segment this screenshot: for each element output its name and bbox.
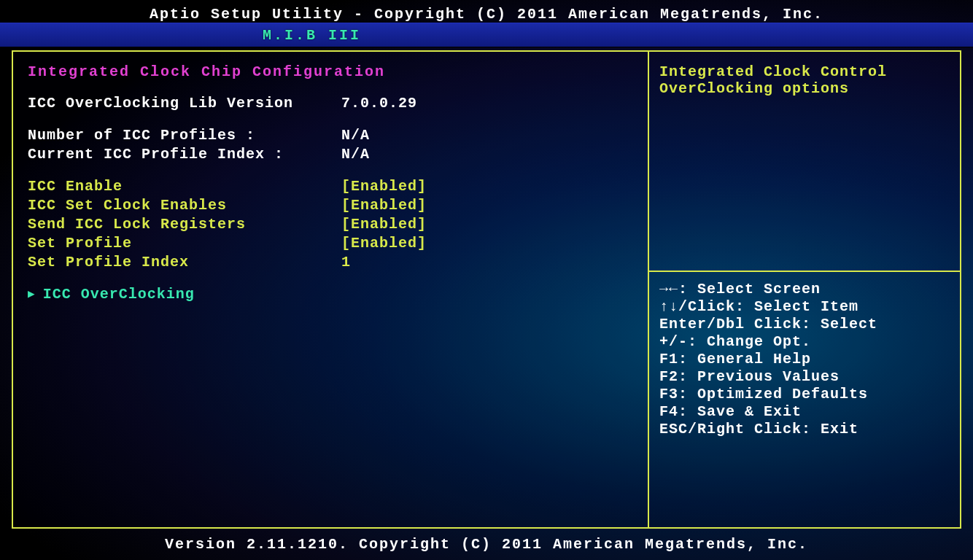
option-value: [Enabled] — [341, 216, 427, 233]
submenu-icc-overclocking[interactable]: ▶ ICC OverClocking — [28, 284, 633, 303]
help-line: →←: Select Screen — [659, 281, 950, 298]
help-line: +/-: Change Opt. — [659, 333, 950, 351]
main-pane: Integrated Clock Chip Configuration ICC … — [13, 52, 649, 527]
option-label: ICC Enable — [28, 178, 341, 195]
info-row: ICC OverClocking Lib Version 7.0.0.29 — [28, 93, 633, 112]
section-title: Integrated Clock Chip Configuration — [28, 63, 633, 80]
option-icc-enable[interactable]: ICC Enable [Enabled] — [28, 176, 633, 195]
help-desc-line: Integrated Clock Control — [659, 63, 950, 80]
option-value: [Enabled] — [341, 178, 427, 195]
utility-title: Aptio Setup Utility - Copyright (C) 2011… — [0, 0, 973, 23]
side-pane: Integrated Clock Control OverClocking op… — [649, 52, 960, 527]
help-line: F1: General Help — [659, 351, 950, 368]
profile-row: Number of ICC Profiles : N/A — [28, 125, 633, 144]
option-value: 1 — [341, 254, 351, 271]
help-line: F4: Save & Exit — [659, 403, 950, 421]
help-line: Enter/Dbl Click: Select — [659, 316, 950, 333]
option-set-profile[interactable]: Set Profile [Enabled] — [28, 233, 633, 252]
submenu-arrow-icon: ▶ — [28, 287, 36, 301]
option-value: [Enabled] — [341, 197, 427, 214]
profile-value: N/A — [341, 127, 370, 144]
profile-label: Current ICC Profile Index : — [28, 146, 341, 163]
info-value: 7.0.0.29 — [341, 95, 417, 112]
footer-version: Version 2.11.1210. Copyright (C) 2011 Am… — [0, 533, 973, 560]
help-description: Integrated Clock Control OverClocking op… — [649, 52, 960, 271]
option-send-icc-lock-registers[interactable]: Send ICC Lock Registers [Enabled] — [28, 214, 633, 233]
content-frame: Integrated Clock Chip Configuration ICC … — [12, 50, 961, 529]
help-line: ESC/Right Click: Exit — [659, 421, 950, 438]
option-label: ICC Set Clock Enables — [28, 197, 341, 214]
info-label: ICC OverClocking Lib Version — [28, 95, 341, 112]
option-label: Set Profile — [28, 235, 341, 252]
tab-mib-iii[interactable]: M.I.B III — [263, 27, 361, 44]
help-line: F3: Optimized Defaults — [659, 386, 950, 403]
option-set-profile-index[interactable]: Set Profile Index 1 — [28, 252, 633, 271]
option-label: Send ICC Lock Registers — [28, 216, 341, 233]
help-desc-line: OverClocking options — [659, 80, 950, 97]
profile-value: N/A — [341, 146, 370, 163]
help-line: ↑↓/Click: Select Item — [659, 298, 950, 316]
help-line: F2: Previous Values — [659, 368, 950, 386]
profile-row: Current ICC Profile Index : N/A — [28, 144, 633, 163]
option-icc-set-clock-enables[interactable]: ICC Set Clock Enables [Enabled] — [28, 195, 633, 214]
profile-label: Number of ICC Profiles : — [28, 127, 341, 144]
option-value: [Enabled] — [341, 235, 427, 252]
submenu-label: ICC OverClocking — [43, 286, 195, 303]
tab-bar: M.I.B III — [0, 23, 973, 47]
option-label: Set Profile Index — [28, 254, 341, 271]
key-help: →←: Select Screen ↑↓/Click: Select Item … — [649, 272, 960, 527]
